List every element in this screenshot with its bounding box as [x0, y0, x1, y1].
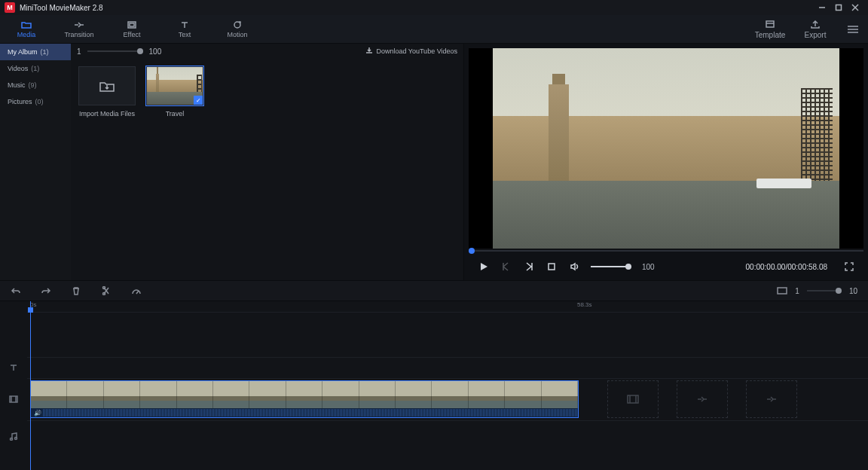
seek-bar[interactable] — [469, 249, 863, 253]
media-grid: Import Media Files ✓ Travel — [71, 59, 463, 125]
timeline-zoom-max: 10 — [849, 287, 857, 295]
svg-point-6 — [234, 22, 240, 28]
video-track-icon — [0, 378, 27, 420]
thumb-zoom-min: 1 — [77, 47, 81, 56]
drop-transition-slot[interactable] — [677, 380, 728, 418]
sidebar-item-music[interactable]: Music(9) — [0, 77, 71, 93]
library-topbar: 1 100 Download YouTube Videos — [71, 44, 463, 59]
timeline-zoom-slider[interactable] — [807, 290, 842, 291]
undo-button[interactable] — [11, 285, 21, 296]
drop-transition-slot-2[interactable] — [746, 380, 797, 418]
delete-button[interactable] — [71, 285, 81, 296]
library-content: 1 100 Download YouTube Videos Import Med… — [71, 44, 464, 280]
export-button[interactable]: Export — [793, 15, 838, 44]
preview-canvas[interactable] — [469, 48, 863, 249]
play-button[interactable] — [478, 261, 490, 273]
next-frame-button[interactable] — [523, 261, 535, 273]
import-icon — [78, 66, 136, 105]
text-icon — [179, 20, 190, 30]
music-track[interactable] — [27, 420, 868, 452]
track-gutter — [0, 301, 27, 470]
selected-check-icon: ✓ — [194, 96, 203, 105]
template-button[interactable]: Template — [747, 15, 793, 44]
export-icon — [810, 20, 821, 30]
waveform — [43, 409, 578, 417]
minimize-button[interactable] — [814, 1, 830, 14]
timeline-zoom-min: 1 — [795, 287, 799, 295]
transition-icon — [74, 20, 84, 30]
main-toolbar: Media Transition Effect Text Motion Temp… — [0, 15, 868, 44]
tab-transition[interactable]: Transition — [53, 15, 105, 44]
speed-button[interactable] — [131, 285, 142, 296]
fullscreen-button[interactable] — [844, 261, 854, 272]
media-card-travel[interactable]: ✓ Travel — [146, 66, 203, 118]
time-ruler[interactable]: 0s 58.3s — [27, 301, 868, 312]
music-track-icon — [0, 420, 27, 452]
app-logo: M — [5, 2, 15, 13]
thumb-zoom-slider[interactable] — [87, 50, 143, 52]
library-sidebar: My Album(1) Videos(1) Music(9) Pictures(… — [0, 44, 71, 280]
svg-rect-21 — [628, 395, 638, 403]
playhead[interactable] — [30, 301, 31, 470]
split-button[interactable] — [101, 285, 112, 296]
svg-point-19 — [11, 438, 13, 441]
video-clip[interactable]: 🔊 — [30, 380, 579, 418]
tab-text[interactable]: Text — [158, 15, 211, 44]
tab-motion[interactable]: Motion — [211, 15, 264, 44]
text-track-icon — [0, 357, 27, 378]
title-bar: M MiniTool MovieMaker 2.8 — [0, 0, 868, 15]
stop-button[interactable] — [546, 261, 558, 273]
clip-volume-icon: 🔊 — [34, 410, 41, 417]
preview-panel: 100 00:00:00.00/00:00:58.08 — [464, 44, 868, 280]
effect-icon — [127, 20, 137, 30]
download-icon — [365, 47, 373, 56]
clip-thumbnails — [31, 381, 578, 408]
text-track[interactable] — [27, 357, 868, 378]
download-youtube-link[interactable]: Download YouTube Videos — [365, 47, 457, 56]
import-media-card[interactable]: Import Media Files — [78, 66, 136, 118]
redo-button[interactable] — [41, 285, 51, 296]
menu-button[interactable] — [838, 25, 868, 34]
clip-audio-lane: 🔊 — [31, 408, 578, 417]
sidebar-item-pictures[interactable]: Pictures(0) — [0, 93, 71, 110]
time-display: 00:00:00.00/00:00:58.08 — [746, 263, 827, 271]
svg-rect-12 — [549, 264, 555, 270]
volume-slider[interactable] — [591, 266, 631, 267]
folder-icon — [21, 20, 32, 30]
svg-rect-5 — [130, 23, 134, 26]
tracks-area[interactable]: 0s 58.3s 🔊 — [27, 301, 868, 470]
sidebar-item-myalbum[interactable]: My Album(1) — [0, 44, 71, 60]
tab-media[interactable]: Media — [0, 15, 53, 44]
svg-rect-7 — [766, 21, 774, 27]
drop-slots — [607, 380, 797, 418]
app-title: MiniTool MovieMaker 2.8 — [20, 4, 814, 12]
fit-timeline-button[interactable] — [777, 285, 787, 296]
media-thumbnail: ✓ — [146, 66, 203, 105]
tab-effect[interactable]: Effect — [105, 15, 158, 44]
prev-frame-button[interactable] — [500, 261, 512, 273]
timeline: 0s 58.3s 🔊 — [0, 301, 868, 470]
template-icon — [765, 20, 775, 30]
preview-controls: 100 00:00:00.00/00:00:58.08 — [469, 253, 863, 280]
drop-video-slot[interactable] — [607, 380, 659, 418]
volume-icon[interactable] — [568, 261, 580, 273]
video-track[interactable]: 🔊 — [27, 378, 868, 420]
motion-icon — [232, 20, 243, 30]
svg-rect-15 — [778, 288, 787, 294]
sidebar-item-videos[interactable]: Videos(1) — [0, 60, 71, 77]
maximize-button[interactable] — [830, 1, 847, 14]
close-button[interactable] — [847, 1, 863, 14]
svg-point-20 — [15, 438, 17, 440]
spacer-track — [27, 312, 868, 357]
volume-value: 100 — [642, 263, 655, 271]
main-area: My Album(1) Videos(1) Music(9) Pictures(… — [0, 44, 868, 280]
timeline-toolbar: 1 10 — [0, 280, 868, 301]
thumb-zoom-max: 100 — [149, 47, 162, 56]
svg-rect-1 — [836, 5, 842, 11]
